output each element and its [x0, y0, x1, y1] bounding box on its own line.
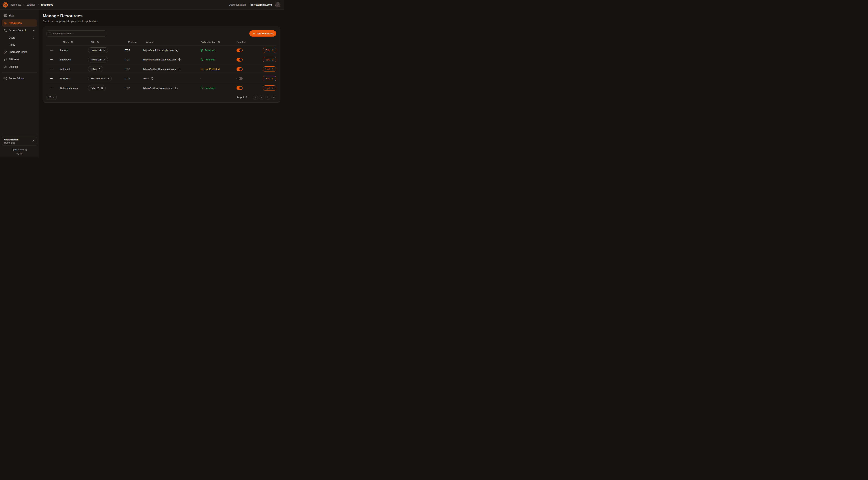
add-resource-button[interactable]: Add Resource	[249, 30, 276, 36]
chevron-left-icon	[260, 96, 263, 98]
auth-status-label: -	[200, 77, 201, 80]
enabled-toggle[interactable]	[237, 86, 243, 90]
row-access-cell: https://battery.example.com	[141, 87, 197, 89]
arrow-up-right-icon	[107, 77, 109, 80]
breadcrumb-org[interactable]: home-lab	[10, 3, 21, 6]
auth-status: Protected	[200, 87, 215, 89]
resources-card: Add Resource Name Site Protocol Access	[43, 27, 280, 102]
page-size-select[interactable]: 20	[46, 95, 57, 100]
row-protocol-cell: TCP	[123, 87, 141, 89]
sidebar-item-shareable-links[interactable]: Shareable Links	[2, 48, 37, 56]
shield-check-icon	[200, 58, 203, 61]
copy-button[interactable]	[175, 87, 178, 89]
site-link-button[interactable]: Edge 01	[88, 85, 106, 91]
next-page-button[interactable]	[265, 95, 270, 100]
shield-off-icon	[200, 68, 203, 70]
sidebar-item-access-control[interactable]: Access Control	[2, 27, 37, 34]
ellipsis-icon	[50, 87, 53, 90]
row-enabled-cell	[231, 58, 253, 62]
row-menu-button[interactable]	[50, 87, 53, 90]
site-name: Edge 01	[91, 87, 99, 89]
edit-button-label: Edit	[266, 87, 270, 89]
sidebar-item-settings[interactable]: Settings	[2, 63, 37, 70]
copy-button[interactable]	[151, 77, 153, 80]
site-link-button[interactable]: Office	[88, 66, 103, 72]
search-icon	[49, 32, 52, 35]
sort-icon[interactable]	[71, 41, 73, 43]
header-protocol-label: Protocol	[128, 41, 137, 43]
resource-name: Battery Manager	[60, 87, 78, 89]
site-link-button[interactable]: Home Lab	[88, 48, 108, 53]
row-name-cell: Immich	[57, 49, 85, 52]
copy-button[interactable]	[176, 49, 178, 52]
sidebar-item-roles[interactable]: Roles	[2, 41, 37, 48]
edit-button[interactable]: Edit	[263, 76, 276, 81]
search-box	[46, 30, 106, 36]
protocol-value: TCP	[125, 49, 130, 52]
enabled-toggle[interactable]	[237, 77, 243, 80]
site-link-button[interactable]: Second Office	[88, 76, 112, 81]
row-menu-button[interactable]	[50, 49, 53, 52]
sidebar: Sites Resources Access Control Users Rol…	[0, 9, 39, 157]
edit-button[interactable]: Edit	[263, 66, 276, 72]
enabled-toggle[interactable]	[237, 58, 243, 62]
user-email[interactable]: joe@example.com	[250, 3, 272, 6]
edit-button[interactable]: Edit	[263, 57, 276, 62]
chevron-down-icon	[53, 96, 55, 98]
access-value: https://bitwarden.example.com	[143, 58, 177, 61]
resource-row: Postgres Second Office TCP 5432 -	[46, 74, 276, 83]
ellipsis-icon	[50, 67, 53, 70]
table-header-row: Name Site Protocol Access Authentication…	[46, 39, 276, 46]
copy-icon	[175, 87, 178, 89]
arrow-right-icon	[271, 77, 274, 80]
enabled-toggle[interactable]	[237, 49, 243, 52]
last-page-button[interactable]	[272, 95, 276, 100]
row-menu-button[interactable]	[50, 77, 53, 80]
toggle-knob	[239, 68, 242, 70]
row-auth-cell: Protected	[197, 58, 231, 61]
sidebar-item-sites[interactable]: Sites	[2, 12, 37, 19]
auth-status-label: Not Protected	[205, 68, 220, 70]
header-enabled: Enabled	[231, 41, 253, 43]
site-name: Home Lab	[91, 49, 101, 52]
row-menu-cell	[46, 67, 57, 70]
org-selector[interactable]: Organization Home Lab	[2, 137, 37, 146]
site-link-button[interactable]: Home Lab	[88, 57, 108, 62]
chevron-right-icon	[37, 4, 39, 6]
sidebar-item-server-admin[interactable]: Server Admin	[2, 75, 37, 82]
resource-name: Bitwarden	[60, 58, 71, 61]
edit-button[interactable]: Edit	[263, 48, 276, 53]
avatar-initial: J	[277, 3, 278, 6]
previous-page-button[interactable]	[259, 95, 264, 100]
sort-icon[interactable]	[218, 41, 220, 43]
first-page-button[interactable]	[253, 95, 258, 100]
protocol-value: TCP	[125, 68, 130, 70]
enabled-toggle[interactable]	[237, 67, 243, 71]
search-input[interactable]	[53, 32, 104, 35]
sidebar-item-resources[interactable]: Resources	[2, 19, 37, 27]
avatar[interactable]: J	[275, 2, 280, 7]
row-protocol-cell: TCP	[123, 58, 141, 61]
arrow-right-icon	[271, 49, 274, 52]
arrow-right-icon	[271, 87, 274, 89]
open-source-link[interactable]: Open Source	[2, 148, 37, 151]
sidebar-item-label: Users	[9, 36, 16, 39]
copy-button[interactable]	[178, 58, 181, 61]
sort-icon[interactable]	[97, 41, 99, 43]
page-title: Manage Resources	[43, 13, 280, 19]
copy-button[interactable]	[178, 68, 180, 70]
documentation-link[interactable]: Documentation	[229, 3, 246, 6]
edit-button-label: Edit	[266, 77, 270, 80]
auth-status-label: Protected	[205, 49, 215, 52]
org-selector-value: Home Lab	[4, 141, 19, 144]
row-name-cell: Authentik	[57, 68, 85, 70]
breadcrumb-settings[interactable]: settings	[27, 3, 35, 6]
row-access-cell: 5432	[141, 77, 197, 80]
header-protocol: Protocol	[123, 41, 141, 43]
sidebar-item-users[interactable]: Users	[2, 34, 37, 41]
row-menu-button[interactable]	[50, 58, 53, 61]
row-menu-button[interactable]	[50, 67, 53, 70]
external-link-icon	[25, 149, 27, 151]
edit-button[interactable]: Edit	[263, 85, 276, 91]
sidebar-item-api-keys[interactable]: API Keys	[2, 56, 37, 63]
